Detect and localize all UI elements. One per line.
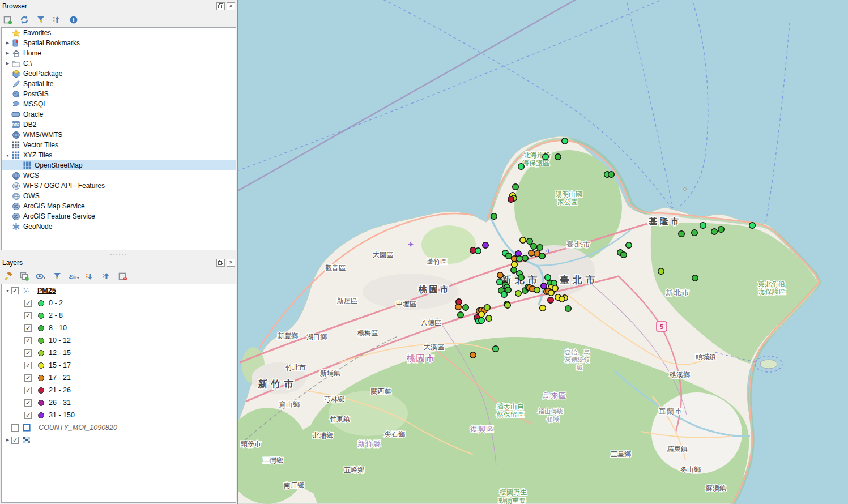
- browser-add-layer-button[interactable]: [2, 14, 14, 25]
- browser-item-arcgis-feature-service[interactable]: ArcGIS Feature Service: [2, 211, 236, 221]
- layer-row-county[interactable]: COUNTY_MOI_1090820: [2, 421, 236, 434]
- map-place-label: 陽明山國: [555, 190, 582, 198]
- layers-float-button[interactable]: [216, 259, 225, 267]
- browser-item-db2[interactable]: DB2DB2: [2, 119, 236, 130]
- layer-checkbox[interactable]: ✓: [24, 399, 32, 407]
- layer-checkbox[interactable]: ✓: [11, 437, 19, 444]
- browser-item-postgis[interactable]: PostGIS: [2, 89, 236, 99]
- map-place-label: 海保護區: [758, 288, 786, 296]
- browser-item-label: WMS/WMTS: [23, 131, 62, 139]
- chevron-down-icon[interactable]: ▼: [4, 153, 11, 157]
- legend-class-label: 21 - 26: [49, 386, 71, 394]
- browser-properties-button[interactable]: i: [68, 14, 79, 25]
- pm25-point: [517, 256, 523, 262]
- browser-item-mssql[interactable]: MSSQL: [2, 99, 236, 109]
- map-place-label: 大溪區: [424, 343, 444, 351]
- browser-item-vector-tiles[interactable]: Vector Tiles: [2, 140, 236, 150]
- legend-class-row[interactable]: ✓12 - 15: [2, 347, 236, 359]
- layer-checkbox[interactable]: ✓: [24, 349, 32, 357]
- browser-filter-button[interactable]: [35, 14, 46, 25]
- browser-item-spatial-bookmarks[interactable]: ▶Spatial Bookmarks: [2, 38, 236, 48]
- browser-item-label: Spatial Bookmarks: [23, 39, 80, 47]
- layer-row-basemap[interactable]: ▶✓: [2, 434, 236, 446]
- browser-item-ows[interactable]: OWS: [2, 191, 236, 201]
- browser-item-c[interactable]: ▶C:\: [2, 58, 236, 69]
- pm25-point: [475, 248, 481, 254]
- browser-item-xyz-tiles[interactable]: ▼XYZ Tiles: [2, 150, 236, 160]
- layers-collapse-all-button[interactable]: [101, 271, 112, 282]
- legend-class-row[interactable]: ✓8 - 10: [2, 322, 236, 334]
- legend-class-row[interactable]: ✓26 - 31: [2, 396, 236, 409]
- pm25-point: [621, 252, 627, 258]
- browser-item-oracle[interactable]: Oracle: [2, 109, 236, 119]
- panel-splitter[interactable]: ······: [0, 251, 237, 257]
- layers-add-group-button[interactable]: [19, 271, 30, 282]
- browser-item-spatialite[interactable]: SpatiaLite: [2, 79, 236, 89]
- browser-refresh-button[interactable]: [19, 14, 30, 25]
- map-place-label: 竹東鎮: [330, 415, 350, 423]
- legend-class-row[interactable]: ✓17 - 21: [2, 371, 236, 384]
- layers-panel-titlebar: Layers ✕: [0, 257, 237, 268]
- chevron-right-icon[interactable]: ▶: [4, 51, 11, 55]
- browser-item-label: Home: [23, 49, 41, 57]
- layers-expand-all-button[interactable]: [84, 271, 96, 282]
- layers-close-button[interactable]: ✕: [227, 259, 235, 267]
- folder-icon: [11, 59, 20, 68]
- browser-item-wcs[interactable]: WCS: [2, 170, 236, 181]
- browser-item-favorites[interactable]: Favorites: [2, 28, 236, 38]
- layer-checkbox[interactable]: [11, 424, 19, 432]
- map-place-label: 三灣鄉: [263, 456, 283, 464]
- browser-item-openstreetmap[interactable]: OpenStreetMap: [2, 160, 236, 170]
- layers-style-button[interactable]: [2, 271, 14, 282]
- layer-checkbox[interactable]: ✓: [24, 337, 32, 344]
- browser-item-geopackage[interactable]: GeoPackage: [2, 69, 236, 79]
- layer-checkbox[interactable]: ✓: [24, 300, 32, 307]
- layer-row-pm25[interactable]: ▼✓PM25: [2, 284, 236, 297]
- legend-class-row[interactable]: ✓15 - 17: [2, 359, 236, 371]
- browser-item-wfs-ogc-api-features[interactable]: VWFS / OGC API - Features: [2, 181, 236, 191]
- layers-themes-button[interactable]: [35, 271, 46, 282]
- legend-class-row[interactable]: ✓10 - 12: [2, 334, 236, 347]
- layer-checkbox[interactable]: ✓: [24, 374, 32, 382]
- map-place-label: 然保留區: [496, 411, 524, 418]
- layer-checkbox[interactable]: ✓: [24, 412, 32, 419]
- layer-checkbox[interactable]: ✓: [24, 362, 32, 369]
- dock-panels: Browser ✕ i Favorites▶Spatial Bookmarks▶…: [0, 0, 238, 504]
- chevron-right-icon[interactable]: ▶: [4, 438, 11, 442]
- layer-name: PM25: [37, 287, 56, 294]
- browser-item-wms-wmts[interactable]: WMS/WMTS: [2, 130, 236, 140]
- chevron-down-icon[interactable]: ▼: [4, 289, 11, 293]
- layers-filter-button[interactable]: [52, 271, 63, 282]
- browser-collapse-all-button[interactable]: [52, 14, 63, 25]
- layers-panel-title: Layers: [2, 259, 215, 267]
- layers-remove-button[interactable]: [117, 271, 129, 282]
- map-canvas[interactable]: ✈✈5臺北市臺北市新北市新北市基隆市桃園市桃園市新竹市新竹縣復興區烏來區宜蘭市蘆…: [238, 0, 848, 504]
- pm25-point: [540, 305, 546, 311]
- browser-close-button[interactable]: ✕: [227, 2, 235, 10]
- browser-item-geonode[interactable]: GeoNode: [2, 221, 236, 232]
- browser-float-button[interactable]: [216, 2, 225, 10]
- layer-checkbox[interactable]: ✓: [24, 324, 32, 332]
- bookmark-icon: [11, 39, 20, 48]
- pm25-point: [711, 229, 718, 235]
- browser-item-arcgis-map-service[interactable]: ArcGIS Map Service: [2, 201, 236, 211]
- browser-item-home[interactable]: ▶Home: [2, 48, 236, 58]
- layer-checkbox[interactable]: ✓: [24, 312, 32, 319]
- basemap-svg: ✈✈5臺北市臺北市新北市新北市基隆市桃園市桃園市新竹市新竹縣復興區烏來區宜蘭市蘆…: [238, 0, 848, 504]
- layer-checkbox[interactable]: ✓: [11, 287, 19, 294]
- chevron-right-icon[interactable]: ▶: [4, 61, 11, 66]
- pm25-point: [562, 138, 568, 144]
- chevron-right-icon[interactable]: ▶: [4, 41, 11, 45]
- qgis-window: Browser ✕ i Favorites▶Spatial Bookmarks▶…: [0, 0, 848, 504]
- map-place-label: 臺北市: [560, 274, 599, 285]
- map-place-label: 竹北市: [285, 364, 306, 371]
- legend-class-row[interactable]: ✓0 - 2: [2, 297, 236, 309]
- browser-item-label: GeoPackage: [23, 70, 62, 78]
- layer-checkbox[interactable]: ✓: [24, 387, 32, 394]
- layers-expression-button[interactable]: ε: [68, 271, 79, 282]
- map-place-label: 大園區: [373, 251, 393, 259]
- browser-item-label: Vector Tiles: [23, 141, 58, 149]
- legend-class-row[interactable]: ✓31 - 150: [2, 409, 236, 421]
- legend-class-row[interactable]: ✓2 - 8: [2, 309, 236, 322]
- legend-class-row[interactable]: ✓21 - 26: [2, 384, 236, 396]
